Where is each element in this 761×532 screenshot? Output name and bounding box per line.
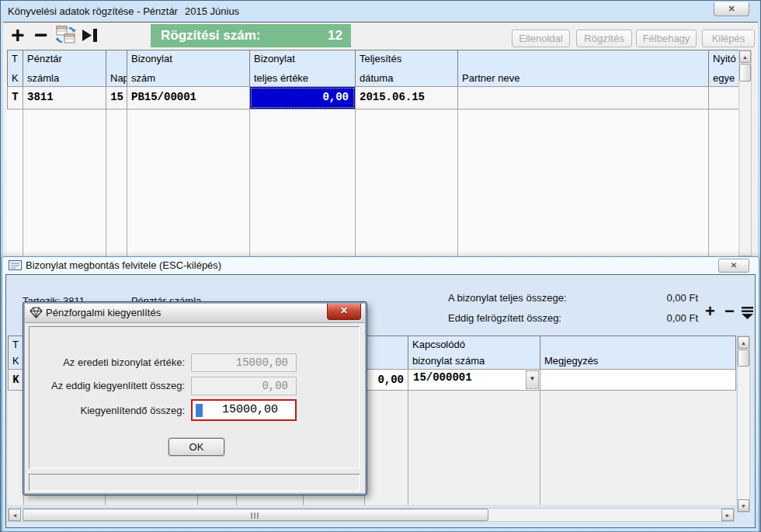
cell-partner[interactable] <box>457 86 709 110</box>
main-close-button[interactable]: ✕ <box>714 2 749 16</box>
split-vscrollbar[interactable]: ▲ ▼ <box>737 336 750 513</box>
recording-number-label: Rögzítési szám: <box>161 28 260 43</box>
split-col-header-amount[interactable] <box>364 336 408 370</box>
split-scroll-left-button[interactable]: ◄ <box>9 509 21 521</box>
scroll-thumb[interactable] <box>739 64 751 82</box>
related-doc-combo[interactable]: 15/000001 ▼ <box>408 369 540 391</box>
total-amount-label: A bizonylat teljes összege: <box>448 292 566 304</box>
split-scroll-down-button[interactable]: ▼ <box>738 499 749 512</box>
original-value-field: 15000,00 <box>191 353 297 372</box>
settled-so-far-label: Az eddig kiegyenlített összeg: <box>33 377 185 395</box>
grid-empty-area <box>7 110 740 256</box>
split-hscrollbar[interactable]: ◄ ► <box>8 508 735 522</box>
opposite-side-button[interactable]: Ellenoldal <box>512 30 570 47</box>
text-cursor <box>196 404 203 417</box>
abandon-button[interactable]: Félbehagy <box>636 30 697 47</box>
split-cell-amount[interactable]: 0,00 <box>364 369 408 391</box>
dialog-titlebar[interactable]: Pénzforgalmi kiegyenlítés ✕ <box>25 304 365 323</box>
cell-opening[interactable] <box>708 86 740 110</box>
main-toolbar: + − Rögzítési szám: 12 <box>3 23 758 49</box>
dialog-status-strip <box>29 474 360 491</box>
settlement-dialog: Pénzforgalmi kiegyenlítés ✕ Az eredeti b… <box>23 302 367 495</box>
split-scroll-right-button[interactable]: ► <box>721 509 734 521</box>
period-label: 2015 Június <box>185 5 239 17</box>
col-header-tk[interactable]: T K <box>7 50 23 87</box>
cell-date[interactable]: 2015.06.15 <box>355 86 458 110</box>
main-vscrollbar[interactable]: ▲ <box>738 50 752 256</box>
transfer-tables-icon[interactable] <box>56 26 76 44</box>
col-header-opening[interactable]: Nyitó egye <box>708 50 740 87</box>
main-grid: T K Pénztár számla Nap Bizonylat szám Bi… <box>7 50 740 256</box>
split-scroll-thumb[interactable] <box>738 349 749 367</box>
dialog-title: Pénzforgalmi kiegyenlítés <box>46 307 161 318</box>
col-header-doc-number[interactable]: Bizonylat szám <box>127 50 250 87</box>
add-row-icon[interactable]: + <box>11 23 25 47</box>
split-close-button[interactable]: ✕ <box>718 259 749 273</box>
split-titlebar[interactable]: Bizonylat megbontás felvitele (ESC-kilép… <box>2 257 759 273</box>
col-header-day[interactable]: Nap <box>106 50 127 87</box>
cell-tk[interactable]: T <box>7 86 23 110</box>
total-amount-value: 0,00 Ft <box>636 292 698 304</box>
recording-number-box: Rögzítési szám: 12 <box>151 24 351 47</box>
skip-to-last-icon[interactable] <box>82 29 99 43</box>
related-doc-value: 15/000001 <box>413 371 472 384</box>
settled-so-far-field: 0,00 <box>191 377 297 395</box>
amount-to-settle-field[interactable]: 15000,00 <box>191 399 297 421</box>
split-col-header-note[interactable]: Megjegyzés <box>540 336 736 370</box>
combo-dropdown-button[interactable]: ▼ <box>526 370 539 389</box>
recorded-amount-value: 0,00 Ft <box>636 312 698 324</box>
col-header-partner[interactable]: Partner neve <box>457 50 709 87</box>
cell-total-value-selected[interactable]: 0,00 <box>249 86 356 110</box>
amount-to-settle-label: Kiegyenlítendő összeg: <box>33 402 185 420</box>
split-remove-icon[interactable]: − <box>725 303 735 320</box>
split-hscroll-thumb[interactable] <box>23 509 488 521</box>
exit-button[interactable]: Kilépés <box>702 30 755 47</box>
dialog-close-button[interactable]: ✕ <box>327 304 361 320</box>
col-header-total-value[interactable]: Bizonylat teljes értéke <box>249 50 356 87</box>
diamond-icon <box>30 307 43 318</box>
split-col-header-tk[interactable]: T K <box>8 336 24 370</box>
scroll-grip <box>251 513 260 519</box>
col-header-date[interactable]: Teljesítés dátuma <box>355 50 458 87</box>
remove-row-icon[interactable]: − <box>34 23 48 47</box>
recording-number-value: 12 <box>328 28 342 43</box>
recorded-amount-label: Eddig felrögzített összeg: <box>448 312 561 324</box>
main-window-title: Könyvelési adatok rögzítése - Pénztár <box>8 5 178 17</box>
split-col-header-related[interactable]: Kapcsolódó bizonylat száma <box>408 336 540 370</box>
main-titlebar[interactable]: Könyvelési adatok rögzítése - Pénztár 20… <box>1 1 760 22</box>
cell-account[interactable]: 3811 <box>23 86 106 110</box>
split-scroll-up-button[interactable]: ▲ <box>738 336 749 349</box>
ok-button[interactable]: OK <box>169 438 224 456</box>
split-list-filter-icon[interactable] <box>742 307 754 320</box>
split-window-icon <box>9 260 22 270</box>
cell-doc-number[interactable]: PB15/00001 <box>127 86 250 110</box>
split-cell-tk[interactable]: K <box>8 369 24 391</box>
col-header-account[interactable]: Pénztár számla <box>23 50 106 87</box>
amount-to-settle-value: 15000,00 <box>222 403 278 416</box>
cell-day[interactable]: 15 <box>106 86 127 110</box>
original-value-label: Az eredeti bizonylat értéke: <box>33 353 185 372</box>
split-cell-note[interactable] <box>540 369 736 391</box>
split-add-icon[interactable]: + <box>705 303 715 320</box>
scroll-up-button[interactable]: ▲ <box>739 50 751 63</box>
split-window-title: Bizonylat megbontás felvitele (ESC-kilép… <box>26 259 221 271</box>
record-button[interactable]: Rögzítés <box>576 30 632 47</box>
